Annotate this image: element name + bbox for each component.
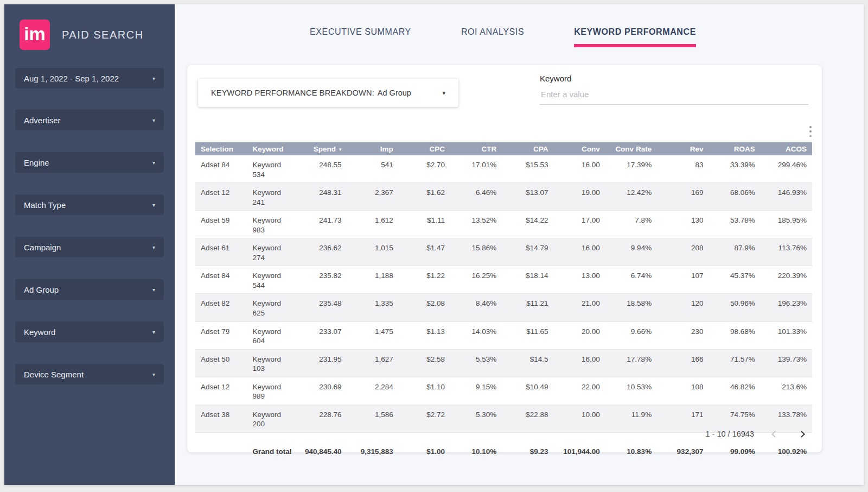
cell-rev: 83	[657, 155, 709, 183]
table-row: Adset 82Keyword 625235.481,335$2.088.46%…	[195, 294, 812, 321]
cell-rev: 130	[657, 211, 709, 238]
cell-rev: 107	[657, 266, 709, 294]
cell-spend: 241.73	[295, 211, 347, 238]
cell-keyword: Keyword 989	[247, 377, 296, 405]
cell-imp: 1,188	[347, 266, 398, 294]
cell-acos: 101.33%	[761, 321, 812, 349]
cell-spend: 235.48	[295, 294, 347, 321]
cell-selection: Adset 84	[195, 155, 247, 183]
filter-match-type[interactable]: Match Type ▾	[15, 194, 164, 215]
cell-acos: 213.6%	[761, 377, 812, 405]
column-header-conv[interactable]: Conv	[554, 142, 605, 155]
column-header-cpa[interactable]: CPA	[502, 142, 553, 155]
pagination: 1 - 10 / 16943	[706, 428, 808, 440]
cell-spend: 228.76	[295, 405, 347, 432]
cell-roas: 33.39%	[709, 155, 760, 183]
column-header-selection[interactable]: Selection	[195, 142, 247, 155]
cell-conv-rate: 17.39%	[605, 155, 657, 183]
cell-conv: 17.00	[554, 211, 605, 238]
main-area: EXECUTIVE SUMMARY ROI ANALYSIS KEYWORD P…	[175, 4, 864, 485]
table-row: Adset 12Keyword 989230.692,284$1.109.15%…	[195, 377, 812, 405]
column-header-imp[interactable]: Imp	[347, 142, 398, 155]
cell-spend: 230.69	[295, 377, 347, 405]
table-row: Adset 61Keyword 274236.621,015$1.4715.86…	[195, 238, 812, 266]
cell-rev: 230	[657, 321, 709, 349]
cell-ctr: 17.01%	[450, 155, 502, 183]
cell-imp: 2,284	[347, 377, 398, 405]
cell-ctr: 6.46%	[450, 183, 502, 211]
cell-acos: 139.73%	[761, 349, 812, 377]
cell-keyword: Keyword 241	[247, 183, 296, 211]
breakdown-value: Ad Group	[378, 89, 411, 97]
table-header-row: SelectionKeywordSpend▾ImpCPCCTRCPAConvCo…	[195, 142, 812, 155]
column-header-ctr[interactable]: CTR	[450, 142, 502, 155]
keyword-input[interactable]	[540, 86, 808, 105]
cell-ctr: 16.25%	[450, 266, 502, 294]
cell-cpc: $1.47	[399, 238, 450, 266]
cell-cpa: $9.23	[502, 432, 553, 459]
cell-roas: 98.68%	[709, 321, 760, 349]
cell-rev: 120	[657, 294, 709, 321]
cell-imp: 1,335	[347, 294, 398, 321]
cell-keyword: Keyword 103	[247, 349, 296, 377]
cell-imp: 1,475	[347, 321, 398, 349]
cell-conv: 19.00	[554, 183, 605, 211]
column-header-keyword[interactable]: Keyword	[247, 142, 296, 155]
filter-label: Ad Group	[24, 285, 59, 294]
cell-cpa: $18.14	[502, 266, 553, 294]
cell-spend: 236.62	[295, 238, 347, 266]
cell-acos: 299.46%	[761, 155, 812, 183]
prev-page-button[interactable]	[769, 428, 781, 440]
cell-spend: 231.95	[295, 349, 347, 377]
cell-cpc: $1.11	[399, 211, 450, 238]
keyword-filter-label: Keyword	[540, 74, 808, 83]
cell-rev: 108	[657, 377, 709, 405]
filter-ad-group[interactable]: Ad Group ▾	[15, 279, 164, 300]
cell-ctr: 5.53%	[450, 349, 502, 377]
tab-keyword-performance[interactable]: KEYWORD PERFORMANCE	[574, 27, 696, 47]
cell-cpa: $10.49	[502, 377, 553, 405]
column-header-conv-rate[interactable]: Conv Rate	[605, 142, 657, 155]
column-header-roas[interactable]: ROAS	[709, 142, 760, 155]
sort-desc-icon: ▾	[339, 147, 342, 152]
cell-keyword: Grand total	[247, 432, 296, 459]
breakdown-select[interactable]: KEYWORD PERFORMANCE BREAKDOWN: Ad Group …	[198, 79, 458, 107]
filter-device-segment[interactable]: Device Segment ▾	[15, 364, 164, 384]
cell-cpc: $1.62	[399, 183, 450, 211]
cell-cpa: $15.53	[502, 155, 553, 183]
cell-rev: 166	[657, 349, 709, 377]
filter-keyword[interactable]: Keyword ▾	[15, 321, 164, 342]
date-range-picker[interactable]: Aug 1, 2022 - Sep 1, 2022 ▾	[15, 68, 164, 89]
cell-conv: 16.00	[554, 238, 605, 266]
table-row: Adset 50Keyword 103231.951,627$2.585.53%…	[195, 349, 812, 377]
breakdown-label: KEYWORD PERFORMANCE BREAKDOWN:	[211, 89, 374, 97]
filter-engine[interactable]: Engine ▾	[15, 152, 164, 173]
cell-cpc: $1.22	[399, 266, 450, 294]
column-header-rev[interactable]: Rev	[657, 142, 709, 155]
chevron-down-icon: ▾	[152, 117, 155, 123]
cell-conv-rate: 17.78%	[605, 349, 657, 377]
table-row: Adset 84Keyword 534248.55541$2.7017.01%$…	[195, 155, 812, 183]
column-header-cpc[interactable]: CPC	[399, 142, 450, 155]
cell-cpa: $13.07	[502, 183, 553, 211]
next-page-button[interactable]	[795, 428, 807, 440]
cell-conv: 20.00	[554, 321, 605, 349]
more-options-icon[interactable]	[807, 125, 814, 138]
keyword-performance-table: SelectionKeywordSpend▾ImpCPCCTRCPAConvCo…	[195, 142, 812, 459]
cell-ctr: 15.86%	[450, 238, 502, 266]
tab-roi-analysis[interactable]: ROI ANALYSIS	[461, 27, 524, 47]
chevron-down-icon: ▾	[152, 287, 155, 293]
cell-cpa: $11.65	[502, 321, 553, 349]
cell-selection: Adset 50	[195, 349, 247, 377]
filter-campaign[interactable]: Campaign ▾	[15, 237, 164, 257]
filter-advertiser[interactable]: Advertiser ▾	[15, 110, 164, 130]
column-header-spend[interactable]: Spend▾	[295, 142, 347, 155]
im-logo: im	[20, 20, 50, 50]
cell-ctr: 10.10%	[450, 432, 502, 459]
column-header-acos[interactable]: ACOS	[761, 142, 812, 155]
tab-executive-summary[interactable]: EXECUTIVE SUMMARY	[310, 27, 411, 47]
cell-roas: 68.06%	[709, 183, 760, 211]
cell-conv: 10.00	[554, 405, 605, 432]
cell-acos: 113.76%	[761, 238, 812, 266]
cell-imp: 1,627	[347, 349, 398, 377]
